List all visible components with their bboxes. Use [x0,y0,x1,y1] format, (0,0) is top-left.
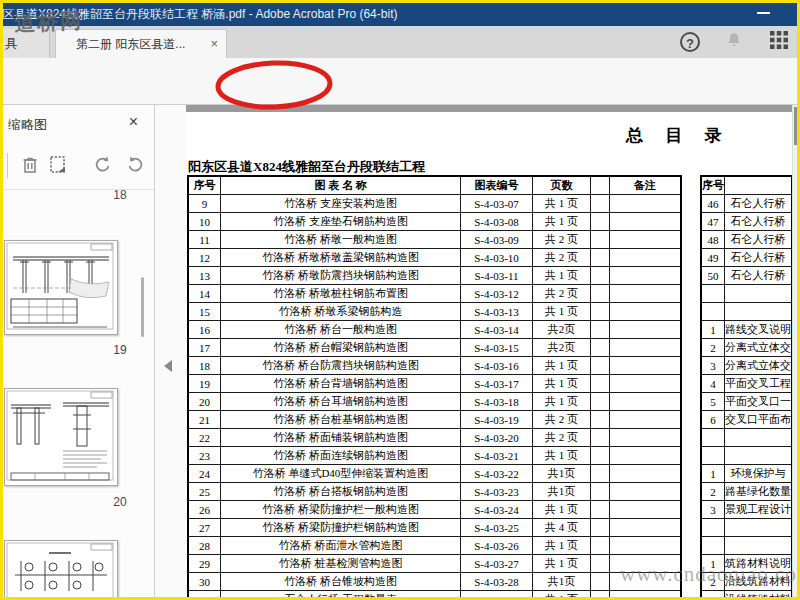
table-row: 17竹洛桥 桥台帽梁钢筋构造图S-4-03-15共2页 [188,339,681,357]
table-cell: 平面交叉口一 [725,393,793,411]
toolbar-separator [7,153,8,178]
table-row: 16竹洛桥 桥台一般构造图S-4-03-14共2页 [188,321,681,339]
table-cell [591,213,610,231]
thumbnail-toolbar [0,147,155,185]
apps-grid-icon[interactable] [768,29,790,55]
table-cell [610,411,682,429]
table-row: 3分离式立体交 [701,357,792,375]
table-cell: 48 [701,231,725,249]
table-cell [725,429,793,447]
minimize-button[interactable] [757,12,770,14]
table-cell: S-4-03-21 [461,447,533,465]
table-cell: 23 [188,447,221,465]
table-row: 20竹洛桥 桥台耳墙钢筋构造图S-4-03-18共 1 页 [188,393,681,411]
table-cell: 28 [188,537,221,555]
thumbnail-page-label[interactable]: 18 [100,188,140,202]
page-19-thumbnail[interactable] [4,240,118,335]
table-cell: 18 [188,357,221,375]
page-20-thumbnail[interactable] [4,388,118,486]
table-cell: 共 1 页 [533,195,591,213]
table-row: 3沿线筑路材料 [701,591,792,600]
table-cell: 石仑人行桥 [725,213,793,231]
table-cell: 沿线筑路材料 [725,591,793,600]
thumbnail-page-label[interactable]: 20 [100,495,140,509]
tab-bar: 具 第二册 阳东区县道... × ? [0,26,800,58]
table-cell: 19 [188,375,221,393]
table-cell [591,411,610,429]
table-cell: 竹洛桥 桥墩桥墩盖梁钢筋构造图 [221,249,461,267]
table-cell [591,573,610,591]
pdf-page: 总 目 录 阳东区县道X824线雅韶至台丹段联结工程 序号 图 表 名 称 图表… [186,112,792,600]
trash-icon[interactable] [18,153,42,177]
table-cell: 分离式立体交 [725,339,793,357]
table-cell [591,429,610,447]
table-cell: 2 [701,483,725,501]
table-cell [591,375,610,393]
watermark-url: www.cndaoqiao.com [620,562,800,587]
table-row: 1路线交叉说明 [701,321,792,339]
table-cell [610,249,682,267]
table-cell: 石仑人行桥 [725,195,793,213]
table-cell [610,519,682,537]
table-cell: 共 1 页 [533,447,591,465]
table-cell [591,591,610,600]
tab-document-label: 第二册 阳东区县道... [76,37,185,51]
table-cell: S-4-03-28 [461,573,533,591]
table-cell: 3 [701,501,725,519]
table-cell [701,447,725,465]
table-cell: 4 [701,375,725,393]
table-cell: S-4-03-12 [461,285,533,303]
main-area: 缩略图 × 18 [0,105,800,600]
table-cell: S-4-03-26 [461,537,533,555]
page-21-thumbnail[interactable] [4,540,118,600]
table-cell: 22 [188,429,221,447]
table-row: 3景观工程设计 [701,501,792,519]
table-cell [610,591,682,600]
table-cell [591,231,610,249]
panel-close-icon[interactable]: × [129,113,138,131]
table-row: 1环境保护与 [701,465,792,483]
table-cell [591,303,610,321]
table-cell: 石仑人行桥 [725,231,793,249]
table-cell: 共 2 页 [533,429,591,447]
table-row: 47石仑人行桥 [701,213,792,231]
table-cell: 竹洛桥 桥墩防震挡块钢筋构造图 [221,267,461,285]
column-header [591,176,610,195]
table-cell: 竹洛桥 桥梁防撞护栏一般构造图 [221,501,461,519]
table-cell: 竹洛桥 桥台桩基钢筋构造图 [221,411,461,429]
table-cell [610,501,682,519]
table-cell: 3 [701,357,725,375]
table-cell: 11 [188,231,221,249]
table-cell: 20 [188,393,221,411]
help-icon[interactable]: ? [680,32,700,52]
table-cell: S-4-03-24 [461,501,533,519]
rotate-left-icon[interactable] [90,153,114,177]
tab-close-icon[interactable]: × [210,30,218,58]
thumbnail-page-label[interactable]: 19 [100,343,140,357]
table-cell: 共1页 [533,573,591,591]
table-cell: 平面交叉工程 [725,375,793,393]
table-cell: 共 1 页 [533,213,591,231]
table-cell: 共2页 [533,321,591,339]
collapse-panel-icon[interactable] [164,360,172,372]
table-cell: 25 [188,483,221,501]
document-scrollbar[interactable] [792,105,800,600]
bell-icon[interactable] [724,30,744,54]
table-cell: S-4-03-13 [461,303,533,321]
sidebar-scrollbar-thumb[interactable] [141,277,144,337]
page-title: 总 目 录 [626,124,731,147]
table-header-row: 序号 [701,176,792,195]
table-row: 31石仑人行桥 工程数量表S-4-04-1共 1 页 [188,591,681,600]
project-title: 阳东区县道X824线雅韶至台丹段联结工程 [188,158,425,176]
document-scrollbar-thumb[interactable] [794,107,800,145]
table-cell: 环境保护与 [725,465,793,483]
table-cell: 共 1 页 [533,501,591,519]
table-row: 13竹洛桥 桥墩防震挡块钢筋构造图S-4-03-11共 1 页 [188,267,681,285]
table-cell [591,555,610,573]
rotate-right-icon[interactable] [124,153,148,177]
extract-page-icon[interactable] [46,153,70,177]
table-cell [610,375,682,393]
table-row: 25竹洛桥 桥台搭板钢筋构造图S-4-03-23共1页 [188,483,681,501]
table-cell: S-4-03-22 [461,465,533,483]
table-cell: 竹洛桥 支座安装构造图 [221,195,461,213]
